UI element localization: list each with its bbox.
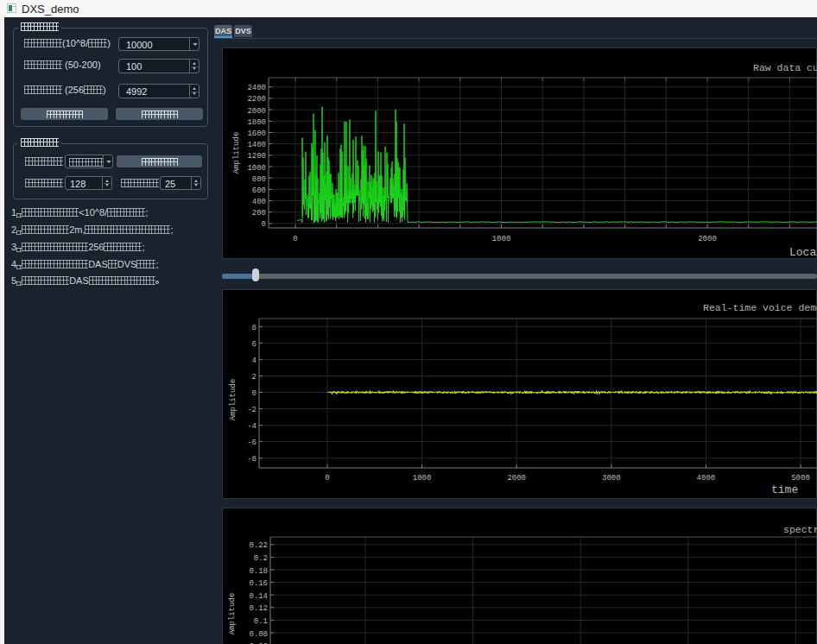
svg-text:2: 2	[252, 373, 256, 382]
svg-text:4: 4	[252, 357, 256, 365]
svg-text:1800: 1800	[247, 118, 266, 127]
svg-text:0.2: 0.2	[254, 554, 268, 563]
svg-text:0: 0	[325, 474, 329, 483]
svg-text:600: 600	[252, 186, 266, 195]
svg-text:200: 200	[252, 209, 266, 218]
svg-text:0.18: 0.18	[249, 567, 268, 576]
svg-text:2000: 2000	[507, 474, 526, 483]
svg-text:400: 400	[252, 198, 266, 206]
svg-text:spectrum: spectrum	[783, 524, 817, 535]
svg-text:1600: 1600	[247, 129, 266, 138]
svg-text:2000: 2000	[247, 107, 266, 116]
svg-text:4000: 4000	[697, 474, 716, 483]
svg-text:0: 0	[293, 235, 297, 243]
svg-text:Amplitude: Amplitude	[229, 379, 238, 421]
svg-text:-8: -8	[247, 455, 256, 464]
svg-text:2400: 2400	[247, 84, 266, 92]
svg-text:0.14: 0.14	[249, 592, 268, 601]
svg-text:Amplitude: Amplitude	[232, 132, 241, 174]
svg-text:6: 6	[252, 340, 256, 349]
svg-text:time: time	[771, 483, 798, 496]
svg-text:0.08: 0.08	[249, 630, 268, 639]
svg-text:0.1: 0.1	[254, 617, 268, 626]
svg-text:8: 8	[252, 324, 256, 332]
svg-text:5000: 5000	[791, 474, 810, 483]
svg-text:2000: 2000	[698, 235, 717, 243]
svg-text:1200: 1200	[247, 152, 266, 161]
svg-text:-4: -4	[247, 422, 256, 431]
svg-text:2200: 2200	[247, 95, 266, 104]
svg-text:-2: -2	[247, 406, 256, 414]
svg-text:-6: -6	[247, 439, 256, 447]
svg-text:800: 800	[252, 175, 266, 184]
svg-text:0: 0	[262, 220, 266, 229]
svg-text:0.12: 0.12	[249, 604, 268, 613]
svg-text:Location: Location	[789, 246, 817, 259]
svg-text:0.16: 0.16	[249, 579, 268, 588]
svg-text:1000: 1000	[247, 164, 266, 173]
svg-text:0: 0	[252, 389, 256, 398]
svg-text:Raw data curve: Raw data curve	[753, 62, 817, 73]
svg-text:1000: 1000	[492, 235, 511, 243]
svg-text:Real-time voice demodulation: Real-time voice demodulation	[703, 302, 817, 313]
svg-text:1000: 1000	[413, 474, 432, 483]
svg-text:0.22: 0.22	[249, 541, 268, 550]
svg-text:3000: 3000	[602, 474, 621, 483]
svg-text:1400: 1400	[247, 141, 266, 149]
svg-text:Amplitude: Amplitude	[228, 593, 237, 635]
